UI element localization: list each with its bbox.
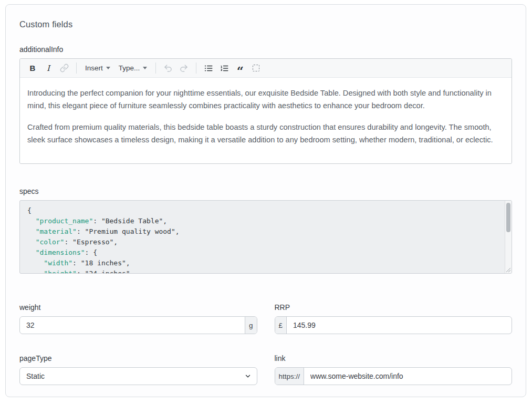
undo-button[interactable] [161,61,175,76]
specs-code-line: "height": "24 inches", [27,268,504,274]
bullet-list-icon [204,64,213,73]
weight-col: weight g [19,303,257,334]
rrp-label: RRP [275,303,513,312]
link-input-group: https:// [275,367,513,385]
weight-unit-addon: g [245,317,257,334]
rich-text-editor: B I Insert Type... [19,58,512,164]
link-input[interactable] [304,368,512,385]
page-type-select-wrap: Static [19,367,257,385]
bold-button[interactable]: B [25,61,40,76]
dashed-box-icon [253,65,259,71]
chevron-down-icon [143,67,147,69]
editor-content[interactable]: Introducing the perfect companion for yo… [20,78,512,163]
rrp-input-group: £ [275,316,513,334]
rrp-col: RRP £ [275,303,513,334]
link-icon [60,64,69,72]
specs-code-line: "product_name": "Bedside Table", [27,216,504,226]
page-type-label: pageType [19,354,257,362]
link-button[interactable] [57,61,71,76]
redo-button[interactable] [176,61,191,76]
toolbar-divider [196,63,196,74]
weight-input-group: g [19,316,257,334]
specs-code-line: "dimensions": { [27,247,504,258]
editor-toolbar: B I Insert Type... [20,59,512,78]
link-col: link https:// [275,354,513,385]
specs-scrollbar[interactable] [505,201,512,273]
specs-code: { "product_name": "Bedside Table", "mate… [20,201,512,274]
type-dropdown-label: Type... [119,64,140,72]
specs-code-line: "color": "Espresso", [27,237,504,247]
scrollbar-thumb[interactable] [506,203,510,232]
code-block-button[interactable] [248,61,263,76]
weight-label: weight [19,303,257,312]
editor-paragraph: Crafted from premium quality materials, … [27,121,504,146]
rrp-input[interactable] [287,317,512,334]
card-title: Custom fields [19,19,512,29]
insert-dropdown-label: Insert [85,64,103,72]
toolbar-divider [155,63,156,74]
link-label: link [275,354,513,362]
custom-fields-card: Custom fields additionalInfo B I Insert … [5,4,526,397]
undo-icon [163,64,173,73]
italic-button[interactable]: I [41,61,56,76]
type-dropdown[interactable]: Type... [115,61,151,76]
specs-textarea[interactable]: { "product_name": "Bedside Table", "mate… [19,200,512,274]
blockquote-icon: “ [237,68,244,74]
rrp-currency-addon: £ [275,317,287,334]
specs-label: specs [19,187,512,195]
weight-input[interactable] [20,317,245,334]
additional-info-field: additionalInfo B I Insert Type... [19,45,512,164]
editor-paragraph: Introducing the perfect companion for yo… [27,87,504,112]
numbered-list-button[interactable] [217,61,232,76]
blockquote-button[interactable]: “ [233,61,247,76]
chevron-down-icon [106,67,110,69]
toolbar-divider [76,63,77,74]
insert-dropdown[interactable]: Insert [81,61,114,76]
specs-field: specs { "product_name": "Bedside Table",… [19,187,512,274]
additional-info-label: additionalInfo [19,45,512,54]
pagetype-link-row: pageType Static link https:// [19,354,512,385]
redo-icon [179,64,189,73]
page-type-col: pageType Static [19,354,257,385]
specs-code-line: "material": "Premium quality wood", [27,226,504,237]
bullet-list-button[interactable] [201,61,216,76]
weight-rrp-row: weight g RRP £ [19,303,512,334]
numbered-list-icon [220,64,229,73]
specs-code-line: "width": "18 inches", [27,258,504,268]
specs-code-line: { [27,205,504,216]
resize-grip-icon[interactable] [505,266,511,273]
link-protocol-addon: https:// [275,368,305,385]
page-type-select[interactable]: Static [19,367,257,385]
